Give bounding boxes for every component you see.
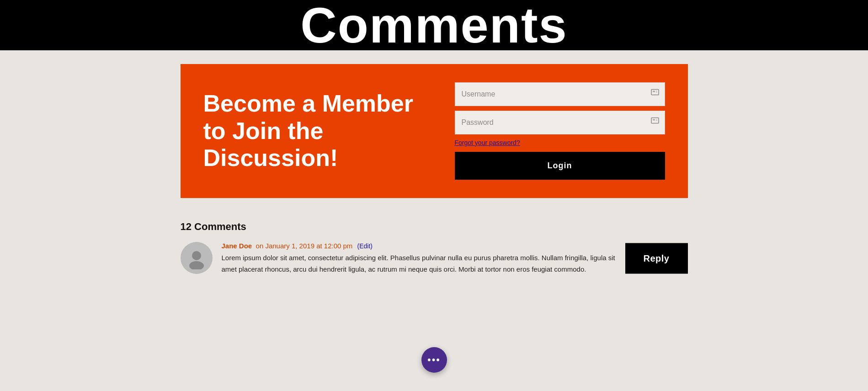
page-title: Comments: [300, 0, 567, 50]
header-bar: Comments: [0, 0, 868, 50]
svg-rect-4: [651, 118, 659, 123]
password-input[interactable]: [455, 111, 665, 134]
comment-body: Jane Doe on January 1, 2019 at 12:00 pm …: [222, 242, 688, 275]
password-icon: [650, 117, 660, 129]
username-icon: [650, 89, 660, 100]
fab-dots-icon: •••: [427, 355, 441, 365]
svg-point-8: [192, 251, 201, 260]
svg-point-9: [189, 261, 204, 269]
membership-card: Become a Member to Join the Discussion!: [181, 64, 688, 198]
membership-form: Forgot your password? Login: [455, 82, 665, 180]
main-content: Become a Member to Join the Discussion!: [0, 50, 868, 289]
username-wrapper: [455, 82, 665, 106]
username-input[interactable]: [455, 82, 665, 106]
login-button[interactable]: Login: [455, 152, 665, 180]
password-wrapper: [455, 111, 665, 134]
fab-button[interactable]: •••: [421, 347, 447, 373]
membership-heading: Become a Member to Join the Discussion!: [203, 90, 423, 172]
table-row: Jane Doe on January 1, 2019 at 12:00 pm …: [181, 242, 688, 275]
svg-rect-0: [651, 90, 659, 95]
svg-rect-6: [656, 119, 657, 120]
svg-rect-1: [653, 91, 655, 92]
reply-button[interactable]: Reply: [625, 243, 688, 274]
avatar: [181, 242, 213, 274]
svg-rect-2: [656, 91, 657, 91]
comments-count-label: 12 Comments: [181, 221, 688, 233]
comments-section: 12 Comments Jane Doe on January 1, 2019 …: [181, 221, 688, 275]
comment-author: Jane Doe: [222, 242, 252, 250]
comment-meta: Jane Doe on January 1, 2019 at 12:00 pm …: [222, 242, 688, 250]
forgot-password-link[interactable]: Forgot your password?: [455, 139, 665, 146]
svg-rect-5: [653, 119, 655, 121]
svg-rect-3: [656, 92, 657, 92]
comment-date: on January 1, 2019 at 12:00 pm: [254, 242, 354, 250]
svg-rect-7: [656, 120, 657, 121]
comment-text: Lorem ipsum dolor sit amet, consectetur …: [222, 252, 619, 275]
comment-edit-link[interactable]: (Edit): [357, 242, 373, 250]
